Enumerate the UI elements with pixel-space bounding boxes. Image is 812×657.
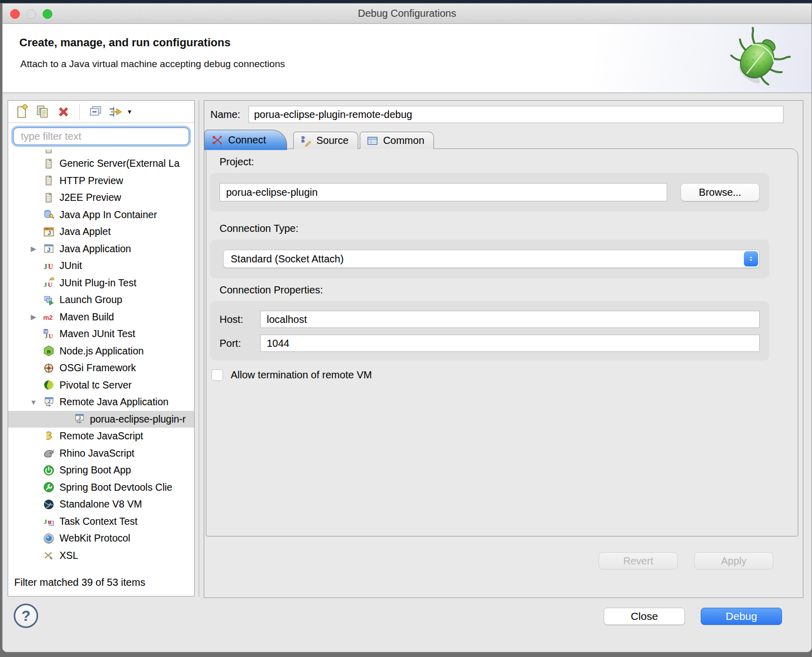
tree-item-clipped [8, 150, 194, 155]
tree-item-porua-eclipse-plugin-r[interactable]: J porua-eclipse-plugin-r [8, 411, 194, 428]
java-applet-icon: J [43, 226, 55, 238]
minimize-window-icon[interactable] [26, 9, 36, 19]
svg-text:U: U [48, 262, 53, 270]
tab-common[interactable]: Common [360, 132, 434, 149]
tree-item-xsl[interactable]: XSL [8, 547, 194, 564]
duplicate-launch-configuration-icon[interactable] [34, 104, 51, 120]
name-row: Name: [210, 106, 784, 123]
expand-arrow-icon[interactable]: ▼ [28, 398, 39, 406]
junit-plugin-icon: JU [43, 277, 55, 289]
connection-properties-label: Connection Properties: [220, 284, 798, 296]
expand-arrow-icon[interactable]: ▶ [28, 245, 39, 253]
delete-launch-configuration-icon[interactable] [55, 104, 72, 120]
host-row: Host: [220, 311, 760, 328]
tree-item-java-application[interactable]: ▶ J Java Application [8, 241, 194, 258]
tree-item-generic-server-external-la[interactable]: Generic Server(External La [8, 155, 194, 172]
tree-item-remote-java-application[interactable]: ▼ J Remote Java Application [8, 394, 194, 411]
connection-type-value: Standard (Socket Attach) [231, 253, 343, 265]
editor-action-row: Revert Apply [599, 552, 773, 570]
junit-icon: JU [43, 260, 55, 272]
apply-button[interactable]: Apply [694, 552, 773, 570]
connect-icon [211, 134, 224, 146]
help-button[interactable]: ? [14, 604, 38, 628]
type-filter-input[interactable] [13, 127, 190, 145]
close-button[interactable]: Close [604, 608, 685, 625]
tab-source-label: Source [317, 135, 349, 146]
select-stepper-icon [744, 251, 758, 266]
project-input[interactable] [220, 183, 667, 201]
editor-tabbar: Connect Source Common [204, 129, 435, 149]
tree-item-spring-boot-devtools-clie[interactable]: Spring Boot Devtools Clie [8, 479, 194, 496]
title-bar[interactable]: Debug Configurations [3, 4, 811, 24]
revert-button[interactable]: Revert [599, 552, 678, 570]
filter-launch-configurations-icon[interactable] [108, 104, 125, 120]
svg-text:J: J [44, 518, 47, 525]
debug-button[interactable]: Debug [701, 608, 782, 625]
tree-item-junit-plug-in-test[interactable]: JU JUnit Plug-in Test [8, 275, 194, 292]
debug-bug-icon [726, 26, 791, 91]
server-icon [43, 174, 55, 187]
expand-arrow-icon[interactable]: ▶ [28, 313, 39, 321]
rhino-icon [43, 447, 55, 459]
tree-item-remote-javascript[interactable]: Remote JavaScript [8, 428, 194, 445]
maven-junit-icon: MJU [43, 328, 55, 340]
header-title: Create, manage, and run configurations [19, 36, 231, 49]
tree-item-standalone-v8-vm[interactable]: Standalone V8 VM [8, 496, 194, 513]
svg-text:J: J [45, 333, 48, 340]
tree-item-launch-group[interactable]: Launch Group [8, 291, 194, 309]
traffic-lights [10, 9, 52, 19]
remote-java-icon: J [43, 396, 55, 408]
tree-item-java-app-in-container[interactable]: Java App In Container [8, 206, 194, 224]
server-icon [43, 150, 55, 155]
tree-item-webkit-protocol[interactable]: WebKit Protocol [8, 530, 194, 547]
tree-item-java-applet[interactable]: J Java Applet [8, 223, 194, 241]
tree-item-maven-build[interactable]: ▶ m2 Maven Build [8, 309, 194, 326]
svg-text:U: U [49, 333, 53, 340]
port-label: Port: [220, 338, 260, 349]
tree-item-spring-boot-app[interactable]: Spring Boot App [8, 462, 194, 479]
collapse-all-icon[interactable] [87, 104, 104, 120]
dialog-body: ▼ Generic Server(External La HTTP Previe… [3, 93, 811, 652]
tree-item-junit[interactable]: JU JUnit [8, 257, 194, 275]
close-window-icon[interactable] [10, 9, 20, 19]
svg-text:U: U [48, 281, 53, 288]
browse-button[interactable]: Browse... [680, 183, 760, 201]
tree-item-task-context-test[interactable]: Ju Task Context Test [8, 513, 194, 530]
launch-group-icon [43, 294, 55, 306]
xsl-icon [43, 549, 55, 561]
filter-menu-caret-icon[interactable]: ▼ [127, 108, 133, 115]
tree-item-node-js-application[interactable]: n Node.js Application [8, 343, 194, 360]
svg-text:J: J [44, 281, 47, 288]
port-input[interactable] [260, 335, 760, 352]
tree-item-rhino-javascript[interactable]: Rhino JavaScript [8, 445, 194, 462]
server-icon [43, 192, 55, 204]
osgi-icon [43, 362, 55, 374]
project-label: Project: [220, 156, 798, 168]
svg-text:m2: m2 [43, 314, 53, 321]
svg-text:u: u [48, 518, 51, 525]
filter-status-text: Filter matched 39 of 53 items [8, 569, 194, 596]
nodejs-icon: n [43, 345, 55, 357]
svg-text:J: J [48, 230, 51, 236]
sash-splitter[interactable] [195, 100, 204, 596]
tree-item-pivotal-tc-server[interactable]: Pivotal tc Server [8, 377, 194, 394]
tree-item-maven-junit-test[interactable]: MJU Maven JUnit Test [8, 325, 194, 343]
zoom-window-icon[interactable] [43, 9, 52, 19]
tab-connect[interactable]: Connect [204, 130, 287, 150]
connection-properties-group: Host: Port: [210, 301, 769, 361]
connection-type-group: Standard (Socket Attach) [210, 240, 769, 278]
tree-item-http-preview[interactable]: HTTP Preview [8, 172, 194, 190]
config-name-input[interactable] [248, 106, 784, 123]
sidebar-toolbar: ▼ [8, 101, 194, 123]
svg-text:J: J [78, 416, 81, 421]
tab-source[interactable]: Source [293, 132, 358, 149]
new-launch-configuration-icon[interactable] [13, 104, 30, 120]
project-group: Browse... [210, 173, 769, 212]
host-input[interactable] [260, 311, 760, 328]
server-icon [43, 158, 55, 170]
tree-item-osgi-framework[interactable]: OSGi Framework [8, 360, 194, 377]
tree-item-j2ee-preview[interactable]: J2EE Preview [8, 189, 194, 206]
allow-termination-checkbox[interactable] [211, 369, 223, 381]
config-type-tree: Generic Server(External La HTTP Preview … [8, 150, 194, 569]
connection-type-select[interactable]: Standard (Socket Attach) [223, 250, 760, 268]
